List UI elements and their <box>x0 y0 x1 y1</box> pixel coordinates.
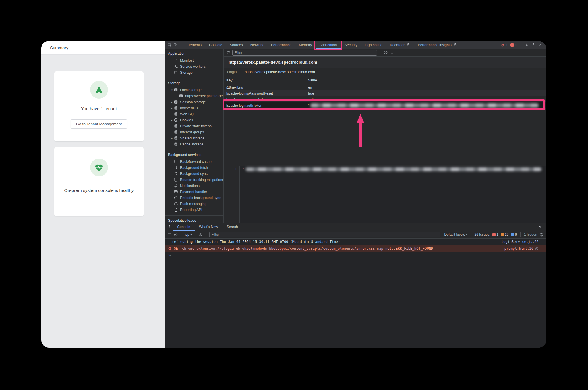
sidebar-item-web-sql[interactable]: Web SQL <box>165 111 223 117</box>
go-to-tenant-management-button[interactable]: Go to Tenant Management <box>71 119 127 129</box>
close-drawer-icon[interactable] <box>538 225 542 229</box>
heart-pulse-icon <box>94 163 104 172</box>
spectrocloud-logo-icon <box>95 85 103 94</box>
devtools-tab-console[interactable]: Console <box>205 41 226 49</box>
issue-badge[interactable]: 19 <box>501 233 508 237</box>
sidebar-section-speculative-loads: Speculative loadsRules <box>165 216 223 223</box>
expand-arrow-icon[interactable]: ▾ <box>170 89 174 91</box>
sidebar-item-session-storage[interactable]: ▸Session storage <box>165 99 223 105</box>
sidebar-item-background-fetch[interactable]: Background fetch <box>165 165 223 171</box>
expand-arrow-icon[interactable]: ▸ <box>170 119 174 122</box>
value-column-header[interactable]: Value <box>305 76 546 84</box>
devtools-tab-recorder[interactable]: Recorder <box>386 41 414 49</box>
separator <box>380 50 380 55</box>
sidebar-item-local-storage[interactable]: ▾Local storage <box>165 87 223 93</box>
devtools-tab-network[interactable]: Network <box>247 41 267 49</box>
sidebar-item-service-workers[interactable]: Service workers <box>165 63 223 69</box>
sidebar-item-indexeddb[interactable]: ▸IndexedDB <box>165 105 223 111</box>
drawer-kebab-icon[interactable] <box>167 225 172 229</box>
kebab-menu-icon[interactable] <box>531 43 536 47</box>
sidebar-item-cache-storage[interactable]: Cache storage <box>165 141 223 147</box>
sidebar-item-storage[interactable]: Storage <box>165 69 223 75</box>
storage-row-i18nextlng[interactable]: i18nextLngen <box>224 84 546 90</box>
storage-row-lscache-loginispasswordreset[interactable]: lscache-loginisPasswordResettrue <box>224 90 546 96</box>
device-toolbar-icon[interactable] <box>173 43 178 47</box>
devtools-tab-security[interactable]: Security <box>341 41 361 49</box>
sidebar-item-interest-groups[interactable]: Interest groups <box>165 129 223 135</box>
clear-console-icon[interactable] <box>174 233 178 237</box>
sidebar-item-shared-storage[interactable]: ▸Shared storage <box>165 135 223 141</box>
sidebar-item-payment-handler[interactable]: Payment handler <box>165 189 223 195</box>
tenant-count-text: You have 1 tenant <box>81 106 117 111</box>
tenant-badge-circle <box>90 81 108 99</box>
storage-filter-input[interactable] <box>232 50 377 56</box>
execution-context-dropdown[interactable]: top ▾ <box>185 233 192 237</box>
application-sidebar: ApplicationManifestService workersStorag… <box>165 49 224 223</box>
error-count-badge[interactable]: 1 <box>501 43 508 47</box>
storage-table-header: Key Value <box>224 76 546 84</box>
storage-row-lscache-loginauthtoken[interactable]: lscache-loginauthToken"… <box>224 102 546 108</box>
sidebar-item-push-messaging[interactable]: Push messaging <box>165 201 223 207</box>
clear-all-icon[interactable] <box>384 50 388 55</box>
separator <box>471 232 471 237</box>
console-settings-gear-icon[interactable] <box>539 233 544 237</box>
console-error-message: GET chrome-extension://bfogiafebfohielmm… <box>165 245 546 252</box>
table-icon <box>174 88 178 92</box>
issues-icon <box>510 43 514 47</box>
devtools-tab-sources[interactable]: Sources <box>226 41 247 49</box>
drawer-tab-what-s-new[interactable]: What's New <box>195 223 222 231</box>
devtools-tab-memory[interactable]: Memory <box>295 41 316 49</box>
inspect-element-icon[interactable] <box>167 43 172 47</box>
log-levels-dropdown[interactable]: Default levels ▾ <box>444 233 467 237</box>
sidebar-item-notifications[interactable]: Notifications <box>165 183 223 189</box>
sidebar-item-manifest[interactable]: Manifest <box>165 57 223 63</box>
sidebar-item-reporting-api[interactable]: Reporting API <box>165 207 223 213</box>
console-sidebar-toggle-icon[interactable] <box>167 233 172 237</box>
expand-arrow-icon[interactable]: ▸ <box>170 107 174 110</box>
devtools-tab-performance[interactable]: Performance <box>267 41 295 49</box>
sidebar-item-https-vertex-palette-dev[interactable]: https://vertex.palette-dev <box>165 93 223 99</box>
sidebar-item-private-state-tokens[interactable]: Private state tokens <box>165 123 223 129</box>
storage-row-lscache-menuexpanded[interactable]: lscache-menuexpandednull <box>224 96 546 102</box>
issue-badge[interactable]: 6 <box>511 233 517 237</box>
refresh-icon[interactable] <box>226 50 230 55</box>
devtools-tab-elements[interactable]: Elements <box>183 41 205 49</box>
close-devtools-icon[interactable] <box>538 43 543 47</box>
chevron-down-icon: ▾ <box>466 233 467 236</box>
devtools-tab-performance-insights[interactable]: Performance insights <box>414 41 461 49</box>
console-filter-input[interactable] <box>209 232 441 237</box>
settings-gear-icon[interactable] <box>525 43 529 47</box>
redacted-token-blur <box>310 103 539 108</box>
devtools-tab-lighthouse[interactable]: Lighthouse <box>361 41 386 49</box>
sidebar-section-application: ApplicationManifestService workersStorag… <box>165 49 223 78</box>
expand-arrow-icon[interactable]: ▸ <box>170 137 174 140</box>
separator <box>181 43 181 47</box>
issues-count-label[interactable]: 26 Issues: <box>475 233 490 237</box>
source-link[interactable]: loginService.js:62 <box>501 240 539 244</box>
error-url-link[interactable]: chrome-extension://bfogiafebfohielmmehod… <box>182 247 383 251</box>
database-icon <box>174 130 178 134</box>
origin-value: https://vertex.palette-devx.spectrocloud… <box>245 70 315 74</box>
sidebar-item-background-sync[interactable]: Background sync <box>165 171 223 177</box>
issue-severity-badges: 1196 <box>492 233 517 237</box>
key-column-header[interactable]: Key <box>224 76 305 84</box>
sidebar-item-back-forward-cache[interactable]: Back/forward cache <box>165 159 223 165</box>
sidebar-item-cookies[interactable]: ▸Cookies <box>165 117 223 123</box>
card-icon <box>174 190 178 194</box>
devtools-main: ApplicationManifestService workersStorag… <box>165 49 546 223</box>
row-key: lscache-loginauthToken <box>224 102 305 108</box>
sidebar-item-periodic-background-sync[interactable]: Periodic background sync <box>165 195 223 201</box>
devtools-tab-application[interactable]: Application <box>316 41 341 49</box>
line-number-gutter: 1 <box>224 166 240 223</box>
issue-badge[interactable]: 1 <box>492 233 498 237</box>
drawer-tab-console[interactable]: Console <box>173 223 195 231</box>
issue-count-badge[interactable]: 1 <box>510 43 517 47</box>
source-link[interactable]: prompt.html:26 <box>504 247 539 251</box>
console-prompt[interactable]: > <box>165 252 546 258</box>
expand-arrow-icon[interactable]: ▸ <box>170 101 174 104</box>
database-icon <box>174 142 178 146</box>
delete-selected-icon[interactable] <box>390 50 394 55</box>
drawer-tab-search[interactable]: Search <box>222 223 242 231</box>
sidebar-item-bounce-tracking-mitigations[interactable]: Bounce tracking mitigations <box>165 177 223 183</box>
live-expression-eye-icon[interactable] <box>198 233 203 237</box>
